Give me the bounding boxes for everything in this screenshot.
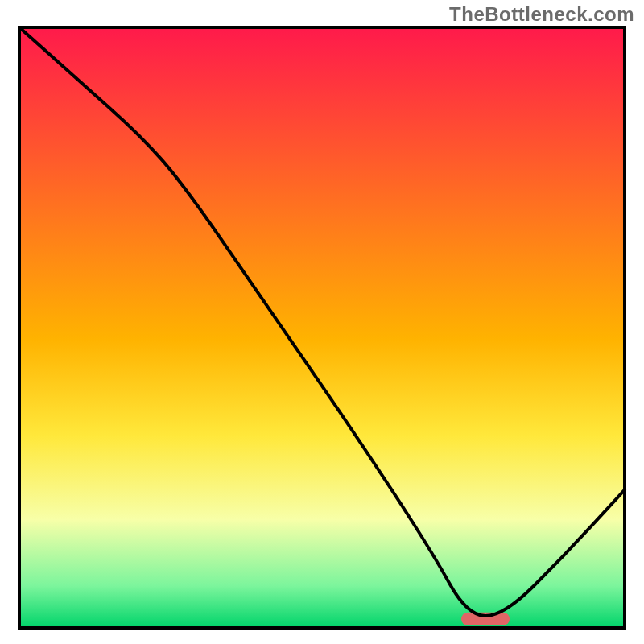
chart-container: TheBottleneck.com: [0, 0, 644, 644]
plot-background: [19, 27, 625, 628]
bottleneck-chart: [0, 0, 644, 644]
